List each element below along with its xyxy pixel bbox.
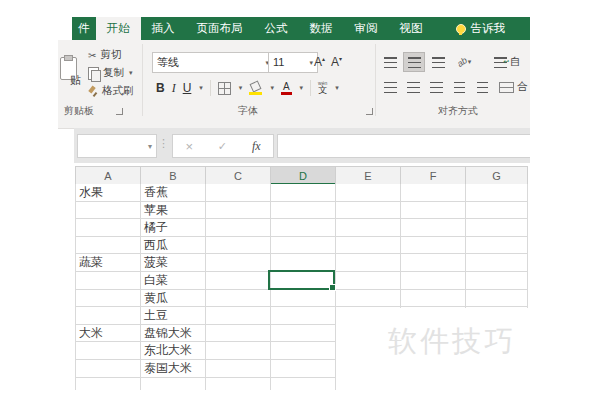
cell-C8[interactable]: [206, 307, 271, 325]
copy-button[interactable]: 复制 ▾: [88, 66, 133, 80]
cell-E7[interactable]: [336, 290, 401, 308]
cell-A2[interactable]: [76, 202, 141, 220]
cell-A6[interactable]: [76, 272, 141, 290]
cell-A8[interactable]: [76, 307, 141, 325]
formula-input[interactable]: [277, 134, 530, 158]
cell-B8[interactable]: 土豆: [141, 307, 206, 325]
font-name-select[interactable]: 等线 ▾: [152, 52, 274, 73]
tab-件[interactable]: 件: [72, 17, 96, 40]
cancel-icon[interactable]: ×: [185, 139, 193, 154]
cell-D9[interactable]: [271, 325, 336, 343]
cell-B11[interactable]: 泰国大米: [141, 360, 206, 378]
cell-A7[interactable]: [76, 290, 141, 308]
cell-A5[interactable]: 蔬菜: [76, 254, 141, 272]
align-top-button[interactable]: [380, 53, 400, 71]
cell-D1[interactable]: [271, 184, 336, 202]
phonetic-guide-button[interactable]: wén 文: [318, 81, 327, 95]
column-header-G[interactable]: G: [466, 167, 528, 185]
cell-B2[interactable]: 苹果: [141, 202, 206, 220]
cell-D11[interactable]: [271, 360, 336, 378]
font-size-select[interactable]: 11 ▾: [268, 52, 318, 73]
cell-B12[interactable]: [141, 378, 206, 390]
cell-F3[interactable]: [401, 219, 466, 237]
cell-A12[interactable]: [76, 378, 141, 390]
cell-B5[interactable]: 菠菜: [141, 254, 206, 272]
cell-B7[interactable]: 黄瓜: [141, 290, 206, 308]
cell-F4[interactable]: [401, 237, 466, 255]
cell-G4[interactable]: [466, 237, 528, 255]
cell-C9[interactable]: [206, 325, 271, 343]
cell-G1[interactable]: [466, 184, 528, 202]
cell-C12[interactable]: [206, 378, 271, 390]
cell-E2[interactable]: [336, 202, 401, 220]
tab-视图[interactable]: 视图: [389, 17, 434, 40]
cell-G3[interactable]: [466, 219, 528, 237]
column-header-F[interactable]: F: [401, 167, 466, 185]
cell-D7[interactable]: [271, 290, 336, 308]
cell-C3[interactable]: [206, 219, 271, 237]
cell-D8[interactable]: [271, 307, 336, 325]
cell-D10[interactable]: [271, 342, 336, 360]
increase-indent-button[interactable]: [472, 78, 492, 96]
increase-font-button[interactable]: A▴: [314, 55, 325, 69]
cell-C7[interactable]: [206, 290, 271, 308]
orientation-button[interactable]: ab ▾: [451, 53, 477, 71]
cell-F1[interactable]: [401, 184, 466, 202]
format-painter-button[interactable]: 格式刷: [88, 84, 134, 98]
fill-color-button[interactable]: [249, 82, 262, 95]
align-middle-button[interactable]: [403, 52, 425, 72]
cell-C1[interactable]: [206, 184, 271, 202]
cell-E3[interactable]: [336, 219, 401, 237]
font-dialog-launcher-icon[interactable]: [366, 108, 373, 115]
cell-F6[interactable]: [401, 272, 466, 290]
tell-me[interactable]: 告诉我: [456, 17, 506, 40]
cell-B1[interactable]: 香蕉: [141, 184, 206, 202]
tab-插入[interactable]: 插入: [141, 17, 186, 40]
cell-F7[interactable]: [401, 290, 466, 308]
align-left-button[interactable]: [380, 78, 400, 96]
tab-数据[interactable]: 数据: [299, 17, 344, 40]
cell-E4[interactable]: [336, 237, 401, 255]
cell-A9[interactable]: 大米: [76, 325, 141, 343]
cell-A1[interactable]: 水果: [76, 184, 141, 202]
cell-B6[interactable]: 白菜: [141, 272, 206, 290]
cell-B3[interactable]: 橘子: [141, 219, 206, 237]
cell-C5[interactable]: [206, 254, 271, 272]
cell-F2[interactable]: [401, 202, 466, 220]
cell-G5[interactable]: [466, 254, 528, 272]
cell-G7[interactable]: [466, 290, 528, 308]
column-header-C[interactable]: C: [206, 167, 271, 185]
selected-cell[interactable]: [268, 270, 335, 290]
cell-A4[interactable]: [76, 237, 141, 255]
wrap-text-button[interactable]: 自: [494, 53, 521, 71]
tab-审阅[interactable]: 审阅: [344, 17, 389, 40]
bold-button[interactable]: B: [156, 81, 165, 95]
paste-label[interactable]: 贴: [70, 73, 81, 88]
column-header-A[interactable]: A: [76, 167, 141, 185]
align-center-button[interactable]: [403, 78, 423, 96]
italic-button[interactable]: I: [172, 81, 176, 96]
cut-button[interactable]: ✂ 剪切: [88, 48, 121, 62]
merge-center-button[interactable]: 合: [499, 78, 528, 96]
cell-D2[interactable]: [271, 202, 336, 220]
cell-D4[interactable]: [271, 237, 336, 255]
column-header-B[interactable]: B: [141, 167, 206, 185]
cell-C2[interactable]: [206, 202, 271, 220]
cell-C6[interactable]: [206, 272, 271, 290]
enter-icon[interactable]: ✓: [218, 140, 227, 153]
font-color-button[interactable]: A: [281, 82, 292, 95]
align-right-button[interactable]: [426, 78, 446, 96]
cell-G2[interactable]: [466, 202, 528, 220]
fill-handle[interactable]: [329, 284, 336, 291]
borders-button[interactable]: [218, 82, 231, 95]
cell-F5[interactable]: [401, 254, 466, 272]
cell-E6[interactable]: [336, 272, 401, 290]
cell-A10[interactable]: [76, 342, 141, 360]
column-header-E[interactable]: E: [336, 167, 401, 185]
cell-E5[interactable]: [336, 254, 401, 272]
name-box[interactable]: ▾: [77, 134, 157, 158]
cell-D12[interactable]: [271, 378, 336, 390]
cell-G6[interactable]: [466, 272, 528, 290]
column-header-D[interactable]: D: [271, 167, 336, 185]
cell-A11[interactable]: [76, 360, 141, 378]
